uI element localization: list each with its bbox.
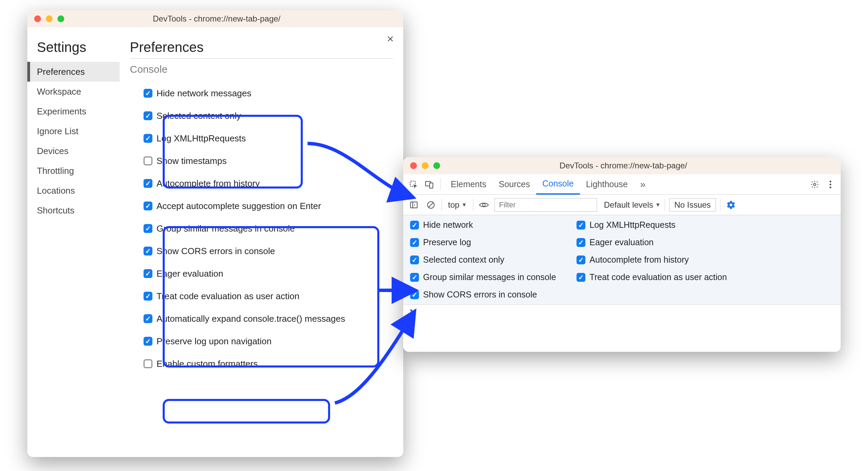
- option-label: Log XMLHttpRequests: [157, 133, 246, 144]
- checkbox-icon[interactable]: [144, 269, 152, 278]
- console-option[interactable]: Show CORS errors in console: [410, 290, 556, 300]
- checkbox-icon[interactable]: [577, 255, 585, 264]
- tab-console[interactable]: Console: [536, 174, 580, 195]
- preferences-heading: Preferences: [130, 40, 393, 55]
- settings-heading: Settings: [37, 40, 120, 55]
- checkbox-icon[interactable]: [577, 221, 585, 230]
- zoom-dot[interactable]: [57, 15, 64, 22]
- pref-option[interactable]: Preserve log upon navigation: [144, 330, 393, 352]
- option-label: Show timestamps: [157, 156, 227, 166]
- checkbox-icon[interactable]: [144, 111, 152, 120]
- sidebar-item-label: Experiments: [37, 106, 86, 117]
- close-dot[interactable]: [410, 162, 417, 169]
- pref-option[interactable]: Log XMLHttpRequests: [144, 127, 393, 150]
- console-option[interactable]: Group similar messages in console: [410, 272, 556, 282]
- pref-option[interactable]: Show timestamps: [144, 150, 393, 172]
- console-option[interactable]: Autocomplete from history: [577, 255, 727, 265]
- console-option[interactable]: Preserve log: [410, 237, 556, 247]
- sidebar-item-ignore-list[interactable]: Ignore List: [27, 121, 120, 141]
- window-title: DevTools - chrome://new-tab-page/: [64, 14, 369, 24]
- console-prompt[interactable]: ❯: [403, 305, 841, 322]
- svg-point-3: [814, 183, 816, 185]
- sidebar-item-label: Locations: [37, 185, 75, 196]
- inspect-icon[interactable]: [407, 178, 420, 191]
- checkbox-icon[interactable]: [410, 273, 419, 282]
- eye-icon[interactable]: [477, 198, 490, 211]
- sidebar-item-devices[interactable]: Devices: [27, 141, 120, 161]
- close-dot[interactable]: [34, 15, 41, 22]
- checkbox-icon[interactable]: [144, 292, 152, 301]
- console-option[interactable]: Log XMLHttpRequests: [577, 220, 727, 230]
- console-option[interactable]: Hide network: [410, 220, 556, 230]
- checkbox-icon[interactable]: [410, 255, 419, 264]
- pref-option[interactable]: Selected context only: [144, 105, 393, 127]
- checkbox-icon[interactable]: [144, 202, 152, 210]
- settings-gear-icon[interactable]: [808, 178, 822, 191]
- sidebar-item-throttling[interactable]: Throttling: [27, 161, 120, 181]
- device-toolbar-icon[interactable]: [422, 178, 436, 191]
- pref-option[interactable]: Autocomplete from history: [144, 172, 393, 195]
- pref-option[interactable]: Show CORS errors in console: [144, 240, 393, 262]
- section-label: Console: [130, 64, 393, 75]
- issues-button[interactable]: No Issues: [669, 198, 716, 211]
- console-option[interactable]: Eager evaluation: [577, 237, 727, 247]
- kebab-icon[interactable]: [824, 178, 837, 191]
- filter-input[interactable]: [494, 198, 597, 212]
- checkbox-icon[interactable]: [144, 179, 152, 188]
- clear-console-icon[interactable]: [424, 198, 437, 211]
- svg-point-5: [829, 183, 831, 185]
- pref-option[interactable]: Hide network messages: [144, 82, 393, 105]
- pref-option[interactable]: Treat code evaluation as user action: [144, 285, 393, 307]
- checkbox-icon[interactable]: [144, 359, 152, 368]
- checkbox-icon[interactable]: [410, 290, 419, 299]
- tab-lighthouse[interactable]: Lighthouse: [580, 174, 634, 195]
- svg-rect-2: [430, 183, 433, 188]
- pref-option[interactable]: Group similar messages in console: [144, 217, 393, 240]
- levels-selector[interactable]: Default levels ▼: [604, 200, 661, 210]
- option-label: Eager evaluation: [157, 268, 223, 279]
- checkbox-icon[interactable]: [144, 134, 152, 143]
- checkbox-icon[interactable]: [144, 337, 152, 346]
- context-label: top: [448, 200, 459, 210]
- settings-sidebar: Settings PreferencesWorkspaceExperiments…: [27, 27, 120, 457]
- context-selector[interactable]: top ▼: [446, 200, 469, 210]
- sidebar-item-shortcuts[interactable]: Shortcuts: [27, 200, 120, 220]
- prompt-caret-icon: ❯: [409, 308, 416, 318]
- checkbox-icon[interactable]: [144, 314, 152, 323]
- console-settings-gear-icon[interactable]: [724, 198, 737, 211]
- minimize-dot[interactable]: [422, 162, 429, 169]
- option-label: Show CORS errors in console: [423, 290, 537, 300]
- checkbox-icon[interactable]: [577, 238, 585, 247]
- sidebar-item-preferences[interactable]: Preferences: [27, 62, 120, 82]
- pref-option[interactable]: Accept autocomplete suggestion on Enter: [144, 195, 393, 217]
- checkbox-icon[interactable]: [410, 238, 419, 247]
- pref-option[interactable]: Automatically expand console.trace() mes…: [144, 307, 393, 330]
- checkbox-icon[interactable]: [144, 224, 152, 233]
- sidebar-item-label: Shortcuts: [37, 205, 74, 216]
- sidebar-toggle-icon[interactable]: [407, 198, 420, 211]
- sidebar-item-experiments[interactable]: Experiments: [27, 101, 120, 121]
- pref-option[interactable]: Eager evaluation: [144, 262, 393, 285]
- sidebar-item-workspace[interactable]: Workspace: [27, 82, 120, 101]
- checkbox-icon[interactable]: [144, 156, 152, 165]
- pref-option[interactable]: Enable custom formatters: [144, 352, 393, 375]
- sidebar-item-locations[interactable]: Locations: [27, 181, 120, 200]
- checkbox-icon[interactable]: [410, 221, 419, 230]
- svg-point-11: [483, 204, 485, 206]
- console-option[interactable]: Treat code evaluation as user action: [577, 272, 727, 282]
- sidebar-item-label: Workspace: [37, 86, 81, 97]
- zoom-dot[interactable]: [433, 162, 440, 169]
- caret-down-icon: ▼: [461, 202, 467, 208]
- checkbox-icon[interactable]: [144, 247, 152, 255]
- titlebar: DevTools - chrome://new-tab-page/: [27, 10, 403, 27]
- option-label: Eager evaluation: [589, 237, 654, 247]
- tab-sources[interactable]: Sources: [492, 174, 536, 195]
- checkbox-icon[interactable]: [577, 273, 585, 282]
- minimize-dot[interactable]: [46, 15, 53, 22]
- checkbox-icon[interactable]: [144, 89, 152, 98]
- close-icon[interactable]: ×: [387, 32, 394, 45]
- settings-window: DevTools - chrome://new-tab-page/ × Sett…: [27, 10, 403, 457]
- tab-elements[interactable]: Elements: [445, 174, 492, 195]
- more-tabs-icon[interactable]: »: [636, 178, 650, 191]
- console-option[interactable]: Selected context only: [410, 255, 556, 265]
